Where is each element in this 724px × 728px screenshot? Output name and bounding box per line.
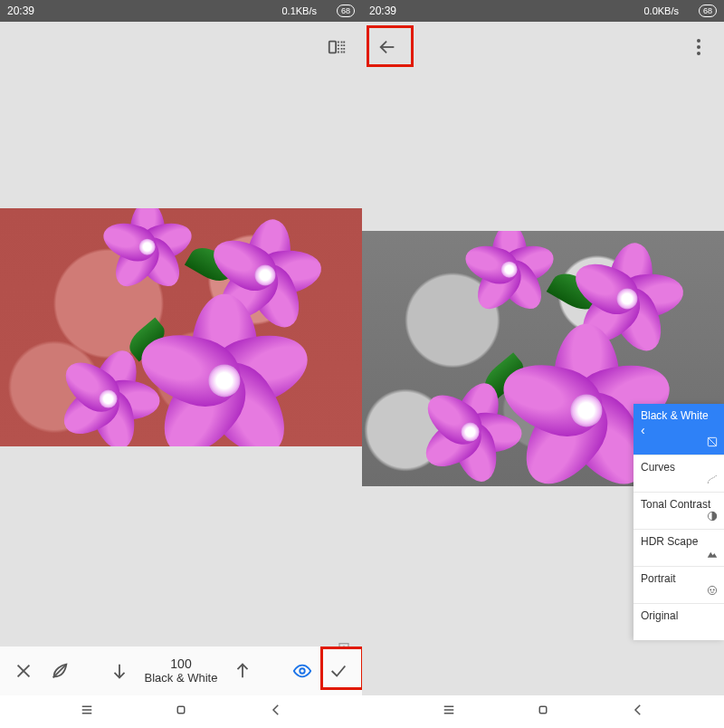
status-bar: 20:39 0.1KB/s 68	[0, 0, 362, 22]
svg-point-23	[713, 589, 714, 590]
chevron-left-icon: ‹	[641, 424, 717, 436]
appbar-left	[0, 22, 362, 72]
mask-leaf-icon[interactable]	[42, 661, 78, 681]
effect-item-curves[interactable]: Curves	[634, 455, 724, 492]
back-button[interactable]	[373, 33, 402, 62]
status-netspeed: 0.0KB/s	[643, 5, 679, 16]
param-readout: 100 Black & White	[145, 657, 218, 685]
effect-label: Portrait	[641, 572, 676, 585]
image-canvas[interactable]	[0, 208, 362, 446]
effect-item-hdr-scape[interactable]: HDR Scape	[634, 529, 724, 566]
effect-item-original[interactable]: Original	[634, 603, 724, 640]
effect-label: Black & White	[641, 409, 717, 422]
status-bar: 20:39 0.0KB/s 68	[362, 0, 724, 22]
curves-icon	[706, 473, 719, 488]
compare-split-icon[interactable]	[322, 33, 351, 62]
left-screen: 20:39 0.1KB/s 68	[0, 0, 362, 728]
battery-pill: 68	[699, 5, 717, 17]
effect-label: Curves	[641, 461, 675, 474]
bw-filter-icon	[706, 436, 719, 451]
effect-label: Tonal Contrast	[641, 498, 710, 511]
param-stepper: 100 Black & White	[78, 657, 284, 685]
effect-label: Original	[641, 609, 678, 622]
nav-recent-icon[interactable]	[79, 702, 95, 722]
status-time: 20:39	[7, 5, 34, 17]
effect-label: HDR Scape	[641, 535, 698, 548]
nav-home-icon[interactable]	[173, 702, 189, 722]
effects-panel: Black & White ‹ Curves Tonal Contrast HD…	[634, 404, 724, 640]
status-time: 20:39	[369, 5, 396, 17]
edit-toolbar: 100 Black & White	[0, 647, 362, 695]
face-icon	[706, 584, 719, 599]
battery-pill: 68	[337, 5, 355, 17]
increment-button[interactable]	[224, 661, 261, 681]
visibility-toggle[interactable]	[284, 661, 320, 681]
landscape-icon	[706, 547, 719, 562]
svg-rect-2	[329, 42, 336, 53]
svg-rect-15	[177, 706, 185, 714]
svg-rect-27	[539, 706, 547, 714]
close-button[interactable]	[5, 661, 42, 681]
appbar-right	[362, 22, 724, 72]
svg-point-22	[710, 589, 711, 590]
nav-recent-icon[interactable]	[441, 702, 457, 722]
effect-item-portrait[interactable]: Portrait	[634, 566, 724, 603]
right-screen: 20:39 0.0KB/s 68	[362, 0, 724, 728]
param-label: Black & White	[145, 672, 218, 685]
decrement-button[interactable]	[101, 661, 138, 681]
status-netspeed: 0.1KB/s	[281, 5, 317, 16]
android-navbar	[0, 695, 362, 728]
nav-back-icon[interactable]	[630, 702, 646, 722]
effect-item-tonal-contrast[interactable]: Tonal Contrast	[634, 492, 724, 529]
param-value: 100	[170, 657, 191, 671]
nav-back-icon[interactable]	[268, 702, 284, 722]
contrast-icon	[706, 510, 719, 525]
svg-point-11	[300, 668, 305, 674]
effect-item-black-and-white[interactable]: Black & White ‹	[634, 404, 724, 455]
svg-point-21	[708, 586, 716, 594]
overflow-menu-button[interactable]	[684, 33, 713, 62]
apply-button[interactable]	[320, 661, 357, 681]
nav-home-icon[interactable]	[535, 702, 551, 722]
android-navbar	[362, 695, 724, 728]
